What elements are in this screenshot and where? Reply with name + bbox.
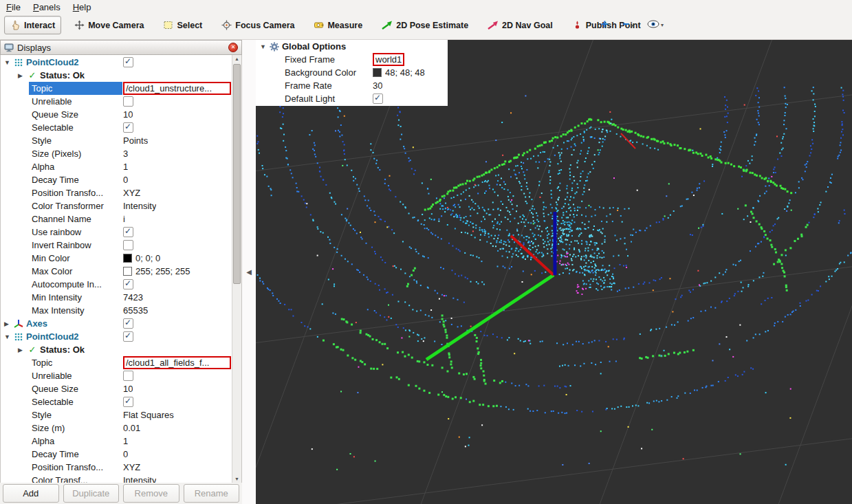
3d-viewport[interactable]	[256, 40, 852, 504]
tree-row-use-rainbow[interactable]: Use rainbow	[1, 226, 232, 239]
tree-row-unreliable[interactable]: Unreliable	[1, 95, 232, 108]
scroll-down-icon[interactable]: ▼	[232, 476, 241, 481]
property-value[interactable]: 10	[123, 384, 133, 394]
tool-measure[interactable]: Measure	[307, 16, 369, 34]
property-value[interactable]: Intensity	[123, 201, 156, 211]
checkbox[interactable]	[123, 240, 133, 250]
add-tool-button[interactable]: +	[600, 18, 610, 30]
tree-row-decay-time[interactable]: Decay Time0	[1, 448, 232, 461]
checkbox[interactable]	[123, 227, 133, 237]
checkbox[interactable]	[123, 318, 133, 329]
tree-row-selectable[interactable]: Selectable	[1, 121, 232, 134]
checkbox[interactable]	[123, 397, 133, 407]
property-value[interactable]: /cloud1_unstructure...	[126, 83, 212, 94]
add-button[interactable]: Add	[3, 484, 59, 503]
property-value[interactable]: /cloud1_all_fields_f...	[126, 358, 209, 368]
tree-row-alpha[interactable]: Alpha1	[1, 160, 232, 173]
scroll-up-icon[interactable]: ▲	[232, 56, 241, 61]
global-option-background-color[interactable]: Background Color48; 48; 48	[256, 66, 448, 79]
expand-arrow-icon[interactable]: ▶	[18, 347, 27, 353]
tree-row-pointcloud2[interactable]: ▼PointCloud2	[1, 330, 232, 343]
tool-2d-pose-estimate[interactable]: 2D Pose Estimate	[375, 16, 474, 34]
option-value[interactable]: world1	[375, 54, 402, 65]
global-option-frame-rate[interactable]: Frame Rate30	[256, 79, 448, 92]
tree-row-selectable[interactable]: Selectable	[1, 395, 232, 408]
tree-row-unreliable[interactable]: Unreliable	[1, 369, 232, 382]
displays-panel-header[interactable]: Displays ✕	[0, 40, 242, 55]
tree-row-pointcloud2[interactable]: ▼PointCloud2	[1, 56, 232, 69]
property-value[interactable]: i	[123, 214, 125, 224]
remove-tool-button[interactable]: −▾	[621, 18, 635, 30]
expand-arrow-icon[interactable]: ▶	[18, 72, 27, 79]
tree-row-size-m[interactable]: Size (m)0.01	[1, 421, 232, 435]
property-value[interactable]: 0; 0; 0	[135, 253, 160, 263]
tree-row-position-transfo[interactable]: Position Transfo...XYZ	[1, 186, 232, 199]
option-value[interactable]: 48; 48; 48	[385, 67, 425, 78]
property-value[interactable]: 0	[123, 175, 128, 185]
scrollbar-thumb[interactable]	[233, 64, 241, 284]
tree-row-position-transfo[interactable]: Position Transfo...XYZ	[1, 461, 232, 474]
property-value[interactable]: Flat Squares	[123, 410, 174, 420]
tree-row-size-pixels[interactable]: Size (Pixels)3	[1, 147, 232, 160]
tree-row-autocompute-in[interactable]: Autocompute In...	[1, 278, 232, 291]
collapse-arrow-icon[interactable]: ▼	[260, 43, 269, 50]
visibility-button[interactable]: ▾	[646, 19, 665, 30]
tree-row-decay-time[interactable]: Decay Time0	[1, 173, 232, 186]
tree-row-color-transformer[interactable]: Color TransformerIntensity	[1, 199, 232, 212]
checkbox[interactable]	[123, 331, 133, 342]
collapse-arrow-icon[interactable]: ▼	[4, 59, 13, 66]
panel-splitter[interactable]: ◀	[242, 40, 256, 504]
tool-2d-nav-goal[interactable]: 2D Nav Goal	[481, 16, 559, 34]
property-value[interactable]: 0.01	[123, 423, 140, 433]
property-value[interactable]: 255; 255; 255	[135, 266, 190, 276]
tree-row-queue-size[interactable]: Queue Size10	[1, 108, 232, 121]
checkbox[interactable]	[373, 94, 383, 104]
property-value[interactable]: Points	[123, 135, 148, 146]
property-value[interactable]: 7423	[123, 292, 143, 303]
tree-row-topic[interactable]: Topic/cloud1_all_fields_f...	[1, 356, 232, 369]
tree-row-style[interactable]: StylePoints	[1, 134, 232, 147]
menu-help[interactable]: Help	[67, 1, 98, 14]
tool-select[interactable]: Select	[157, 16, 208, 34]
property-value[interactable]: 3	[123, 149, 128, 159]
property-value[interactable]: 10	[123, 109, 133, 120]
checkbox[interactable]	[123, 122, 133, 133]
global-option-fixed-frame[interactable]: Fixed Frameworld1	[256, 53, 448, 66]
collapse-arrow-icon[interactable]: ▼	[4, 333, 13, 340]
tree-row-status-ok[interactable]: ▶✓Status: Ok	[1, 343, 232, 356]
tree-row-status-ok[interactable]: ▶✓Status: Ok	[1, 69, 232, 82]
tree-row-max-color[interactable]: Max Color255; 255; 255	[1, 265, 232, 278]
tree-row-color-transf[interactable]: Color Transf...Intensity	[1, 474, 232, 483]
tree-row-min-color[interactable]: Min Color0; 0; 0	[1, 252, 232, 265]
tree-row-alpha[interactable]: Alpha1	[1, 435, 232, 448]
checkbox[interactable]	[123, 279, 133, 289]
checkbox[interactable]	[123, 371, 133, 381]
tool-interact[interactable]: Interact	[4, 16, 61, 34]
tree-row-channel-name[interactable]: Channel Namei	[1, 212, 232, 226]
property-value[interactable]: 0	[123, 449, 128, 459]
color-swatch[interactable]	[123, 267, 132, 276]
global-options-header-row[interactable]: ▼Global Options	[256, 40, 448, 53]
property-value[interactable]: 1	[123, 162, 128, 172]
checkbox[interactable]	[123, 57, 133, 67]
property-value[interactable]: XYZ	[123, 188, 140, 198]
checkbox[interactable]	[123, 96, 133, 107]
menu-file[interactable]: File	[0, 1, 27, 14]
tree-row-topic[interactable]: Topic/cloud1_unstructure...	[1, 82, 232, 95]
property-value[interactable]: 65535	[123, 305, 148, 316]
tree-row-min-intensity[interactable]: Min Intensity7423	[1, 291, 232, 304]
tool-move-camera[interactable]: Move Camera	[68, 16, 150, 34]
global-option-default-light[interactable]: Default Light	[256, 92, 448, 105]
color-swatch[interactable]	[123, 254, 132, 263]
tree-row-invert-rainbow[interactable]: Invert Rainbow	[1, 239, 232, 252]
menu-panels[interactable]: Panels	[27, 1, 67, 14]
color-swatch[interactable]	[373, 68, 382, 77]
close-panel-button[interactable]: ✕	[228, 43, 238, 52]
tree-row-axes[interactable]: ▶Axes	[1, 317, 232, 330]
tree-row-queue-size[interactable]: Queue Size10	[1, 382, 232, 395]
expand-arrow-icon[interactable]: ▶	[4, 320, 13, 327]
property-value[interactable]: XYZ	[123, 462, 140, 472]
option-value[interactable]: 30	[373, 80, 382, 91]
tool-focus-camera[interactable]: Focus Camera	[215, 16, 301, 34]
scrollbar[interactable]: ▲ ▼	[232, 55, 241, 483]
